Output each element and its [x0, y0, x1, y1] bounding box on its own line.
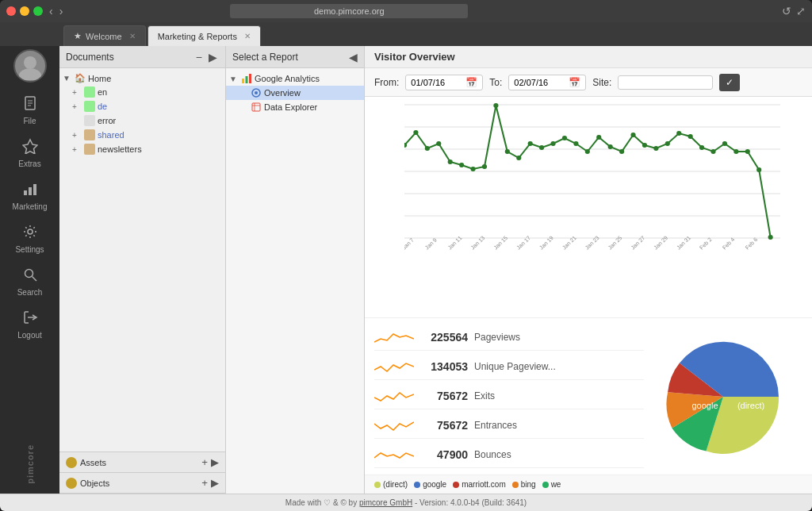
titlebar-right-controls: ↺ ⤢ [782, 5, 806, 17]
fullscreen-button[interactable]: ⤢ [796, 5, 806, 17]
objects-expand-button[interactable]: ▶ [211, 477, 219, 489]
svg-point-41 [459, 163, 464, 167]
minimize-button[interactable] [20, 6, 29, 16]
close-button[interactable] [6, 6, 16, 16]
content-area: Visitor Overview From: 📅 To: 📅 Site: ✓ [365, 46, 812, 494]
pimcore-logo: pimcore [25, 435, 35, 494]
sidebar-item-file[interactable]: File [0, 89, 59, 132]
tree-item-en[interactable]: + en [59, 85, 225, 99]
tree-item-data-explorer[interactable]: Data Explorer [226, 100, 364, 114]
documents-title: Documents [66, 52, 114, 63]
docs-expand-button[interactable]: ▶ [207, 51, 219, 63]
svg-point-59 [665, 141, 670, 146]
svg-point-48 [539, 145, 544, 150]
svg-point-49 [550, 141, 555, 146]
legend-label-we: we [551, 480, 561, 489]
reports-collapse-button[interactable]: ◀ [349, 51, 358, 63]
svg-point-45 [505, 149, 510, 154]
stat-label-unique-pageviews: Unique Pageview... [474, 361, 556, 372]
tree-item-shared[interactable]: + shared [59, 128, 225, 142]
tree-item-de[interactable]: + de [59, 99, 225, 113]
assets-add-buttons: + ▶ [201, 456, 219, 468]
svg-point-58 [653, 146, 658, 151]
pie-label-direct: (direct) [737, 401, 764, 410]
tree-item-overview[interactable]: Overview [226, 86, 364, 100]
site-label: Site: [592, 77, 611, 88]
refresh-button[interactable]: ↺ [782, 5, 791, 17]
pimcore-link[interactable]: pimcore GmbH [359, 498, 412, 507]
tree-label: Google Analytics [255, 74, 361, 83]
sidebar-settings-label: Settings [15, 245, 44, 254]
to-date-input[interactable] [514, 78, 565, 87]
tree-item-google-analytics[interactable]: ▼ Google Analytics [226, 71, 364, 86]
extras-icon [22, 138, 38, 158]
sidebar-item-search[interactable]: Search [0, 260, 59, 303]
url-bar[interactable]: demo.pimcore.org [230, 4, 468, 18]
svg-point-62 [699, 145, 704, 150]
svg-point-42 [470, 167, 475, 171]
status-after: - Version: 4.0.0-b4 (Build: 3641) [412, 498, 527, 507]
expand-icon: + [72, 131, 82, 140]
svg-point-65 [733, 149, 738, 154]
stat-label-entrances: Entrances [474, 420, 517, 431]
svg-point-61 [688, 134, 693, 139]
svg-point-53 [596, 135, 601, 140]
tree-item-error[interactable]: error [59, 113, 225, 128]
tree-item-home[interactable]: ▼ 🏠 Home [59, 71, 225, 85]
site-select[interactable] [618, 75, 713, 90]
svg-point-54 [608, 144, 613, 149]
legend-label-bing: bing [521, 480, 536, 489]
reports-tree: ▼ Google Analytics Overview [226, 68, 364, 494]
maximize-button[interactable] [33, 6, 43, 16]
documents-header: Documents − ▶ [59, 46, 225, 68]
sidebar-item-settings[interactable]: Settings [0, 217, 59, 260]
assets-expand-button[interactable]: ▶ [211, 456, 219, 468]
svg-text:Jan 15: Jan 15 [492, 235, 509, 251]
tab-welcome[interactable]: ★ Welcome ✕ [63, 25, 146, 46]
search-icon [22, 267, 38, 286]
svg-point-66 [745, 149, 750, 154]
legend-dot-google [414, 482, 420, 488]
tab-bar: ★ Welcome ✕ Marketing & Reports ✕ [0, 22, 812, 46]
tab-marketing[interactable]: Marketing & Reports ✕ [147, 25, 261, 46]
objects-add-button[interactable]: + [201, 477, 208, 489]
legend-item-google: google [414, 480, 446, 489]
docs-minus-button[interactable]: − [194, 51, 204, 63]
assets-add-button[interactable]: + [201, 456, 208, 468]
stat-value-pageviews: 225564 [420, 331, 468, 344]
tab-welcome-close[interactable]: ✕ [129, 32, 136, 40]
svg-rect-7 [24, 190, 27, 195]
svg-marker-6 [23, 140, 37, 154]
sidebar-item-extras[interactable]: Extras [0, 132, 59, 175]
stat-value-bounces: 47900 [420, 448, 468, 461]
svg-point-43 [482, 164, 487, 169]
svg-text:Jan 13: Jan 13 [469, 235, 486, 251]
apply-button[interactable]: ✓ [719, 74, 740, 91]
docs-controls: − ▶ [194, 51, 219, 63]
svg-point-1 [19, 68, 41, 80]
tab-marketing-close[interactable]: ✕ [244, 32, 251, 40]
sidebar-item-logout[interactable]: Logout [0, 303, 59, 346]
stats-area: 225564 Pageviews 134053 Unique Pageview.… [365, 317, 812, 474]
sidebar-file-label: File [23, 117, 36, 125]
assets-icon [66, 457, 77, 468]
expand-icon: + [72, 102, 82, 111]
sidebar-item-marketing[interactable]: Marketing [0, 175, 59, 217]
calendar-icon[interactable]: 📅 [465, 77, 477, 88]
svg-point-40 [448, 159, 453, 164]
svg-point-63 [710, 149, 715, 154]
expand-icon: ▼ [229, 75, 239, 83]
documents-panel: Documents − ▶ ▼ 🏠 Home + en + [59, 46, 226, 494]
stat-row-pageviews: 225564 Pageviews [374, 325, 644, 351]
svg-point-18 [255, 91, 258, 94]
forward-button[interactable]: › [58, 5, 65, 17]
stat-row-entrances: 75672 Entrances [374, 413, 644, 439]
from-date-input[interactable] [411, 78, 462, 87]
calendar-icon[interactable]: 📅 [569, 77, 580, 88]
svg-text:Jan 31: Jan 31 [676, 235, 692, 251]
back-button[interactable]: ‹ [48, 5, 55, 17]
to-date-wrapper: 📅 [508, 75, 586, 90]
legend: (direct) google marriott.com bing we [365, 474, 812, 494]
tree-item-newsletters[interactable]: + newsletters [59, 142, 225, 156]
svg-rect-14 [242, 79, 244, 83]
